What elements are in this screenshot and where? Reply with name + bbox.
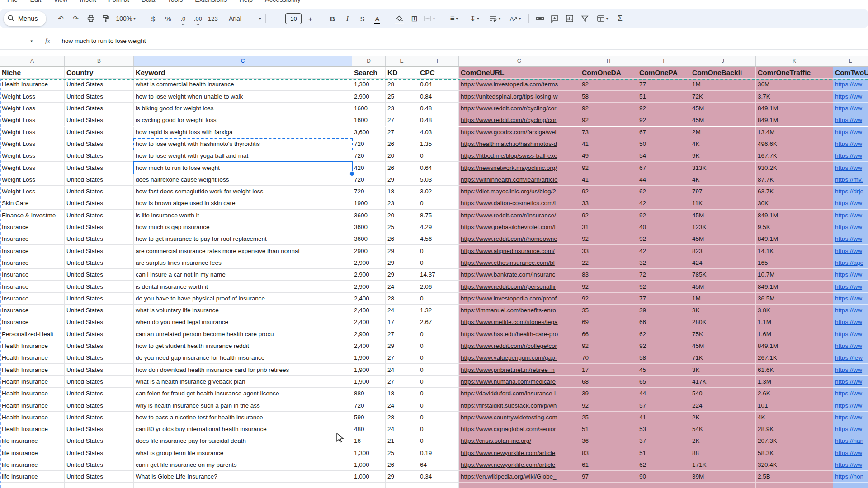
cell-G-21[interactable]: https://www.metlife.com/stories/lega [459, 316, 580, 328]
cell-K-8[interactable]: 930.2K [756, 162, 833, 174]
cell-H-34[interactable]: 97 [580, 471, 637, 483]
cell-K-16[interactable]: 165 [756, 257, 833, 269]
cell-K-11[interactable]: 30K [756, 197, 833, 209]
cell-J-11[interactable]: 11K [690, 197, 756, 209]
cell-H-15[interactable]: 33 [580, 245, 637, 257]
cell-A-3[interactable]: Weight Loss [0, 103, 65, 114]
cell-E-4[interactable]: 27 [386, 114, 418, 126]
cell-F-1[interactable]: 0.04 [418, 79, 459, 90]
cell-L-26[interactable]: https://ww [833, 376, 868, 388]
menu-insert[interactable]: Insert [80, 0, 96, 3]
cell-G-26[interactable]: https://www.humana.com/medicare [459, 376, 580, 388]
cell-H-16[interactable]: 22 [580, 257, 637, 269]
cell-H-partial[interactable] [580, 483, 637, 488]
cell-B-2[interactable]: United States [65, 91, 134, 103]
cell-F-12[interactable]: 8.75 [418, 210, 459, 221]
cell-E-26[interactable]: 27 [386, 376, 418, 388]
cell-I-13[interactable]: 40 [637, 221, 690, 233]
cell-K-30[interactable]: 28.9K [756, 423, 833, 435]
font-family-control[interactable]: Arial ▾ [229, 12, 261, 25]
cell-H-18[interactable]: 92 [580, 281, 637, 292]
cell-B-25[interactable]: United States [65, 364, 134, 376]
cell-L-10[interactable]: https://drje [833, 186, 868, 197]
cell-E-29[interactable]: 28 [386, 412, 418, 423]
cell-I-28[interactable]: 57 [637, 399, 690, 411]
cell-D-27[interactable]: 880 [352, 388, 386, 399]
cell-D-5[interactable]: 3,600 [352, 127, 386, 138]
cell-B-11[interactable]: United States [65, 197, 134, 209]
cell-H-7[interactable]: 49 [580, 150, 637, 162]
cell-K-9[interactable]: 87.7K [756, 174, 833, 186]
cell-B-partial[interactable] [65, 483, 134, 488]
cell-E-12[interactable]: 20 [386, 210, 418, 221]
cell-L-22[interactable]: https://ww [833, 328, 868, 340]
cell-A-4[interactable]: Weight Loss [0, 114, 65, 126]
cell-H-14[interactable]: 92 [580, 233, 637, 245]
cell-K-18[interactable]: 849.1M [756, 281, 833, 292]
cell-C-20[interactable]: what is voluntary life insurance [134, 305, 352, 316]
cell-E-21[interactable]: 17 [386, 316, 418, 328]
cell-F-26[interactable]: 0 [418, 376, 459, 388]
cell-E-header[interactable]: KD [386, 67, 418, 79]
cell-J-partial[interactable] [690, 483, 756, 488]
cell-J-17[interactable]: 785K [690, 269, 756, 281]
cell-H-12[interactable]: 92 [580, 210, 637, 221]
italic-button[interactable]: I [341, 12, 354, 25]
cell-F-29[interactable]: 0 [418, 412, 459, 423]
cell-A-27[interactable]: Health Insurance [0, 388, 65, 399]
cell-J-3[interactable]: 45M [690, 103, 756, 114]
cell-A-header[interactable]: Niche [0, 67, 65, 79]
cell-B-29[interactable]: United States [65, 412, 134, 423]
paint-format-button[interactable] [99, 12, 112, 25]
cell-A-20[interactable]: Insurance [0, 305, 65, 316]
more-formats-button[interactable]: 123 [207, 12, 219, 25]
cell-E-6[interactable]: 26 [386, 138, 418, 150]
cell-A-11[interactable]: Skin Care [0, 197, 65, 209]
cell-J-26[interactable]: 417K [690, 376, 756, 388]
cell-I-27[interactable]: 44 [637, 388, 690, 399]
cell-C-21[interactable]: when do you need legal insurance [134, 316, 352, 328]
cell-G-14[interactable]: https://www.reddit.com/r/homeowne [459, 233, 580, 245]
cell-E-14[interactable]: 26 [386, 233, 418, 245]
cell-E-9[interactable]: 29 [386, 174, 418, 186]
vertical-align-button[interactable]: ↧ ▾ [465, 12, 483, 25]
cell-I-20[interactable]: 39 [637, 305, 690, 316]
cell-D-11[interactable]: 1900 [352, 197, 386, 209]
cell-F-header[interactable]: CPC [418, 67, 459, 79]
cell-D-3[interactable]: 1600 [352, 103, 386, 114]
cell-D-partial[interactable] [352, 483, 386, 488]
cell-F-22[interactable]: 0 [418, 328, 459, 340]
cell-B-16[interactable]: United States [65, 257, 134, 269]
cell-D-17[interactable]: 2,900 [352, 269, 386, 281]
cell-K-34[interactable]: 2.5B [756, 471, 833, 483]
cell-B-5[interactable]: United States [65, 127, 134, 138]
cell-I-8[interactable]: 67 [637, 162, 690, 174]
cell-D-header[interactable]: Search [352, 67, 386, 79]
cell-C-9[interactable]: does naltrexone cause weight loss [134, 174, 352, 186]
cell-H-22[interactable]: 66 [580, 328, 637, 340]
cell-G-34[interactable]: https://en.wikipedia.org/wiki/Globe_ [459, 471, 580, 483]
cell-B-23[interactable]: United States [65, 340, 134, 352]
cell-F-13[interactable]: 4.29 [418, 221, 459, 233]
cell-D-10[interactable]: 720 [352, 186, 386, 197]
column-header-J[interactable]: J [690, 56, 756, 66]
cell-D-26[interactable]: 1,900 [352, 376, 386, 388]
cell-K-31[interactable]: 207.3K [756, 435, 833, 447]
cell-A-24[interactable]: Health Insurance [0, 352, 65, 364]
cell-C-17[interactable]: can i insure a car not in my name [134, 269, 352, 281]
cell-J-32[interactable]: 88 [690, 447, 756, 459]
cell-I-33[interactable]: 62 [637, 459, 690, 471]
cell-A-14[interactable]: Insurance [0, 233, 65, 245]
cell-H-4[interactable]: 92 [580, 114, 637, 126]
cell-F-33[interactable]: 64 [418, 459, 459, 471]
cell-K-1[interactable]: 36M [756, 79, 833, 90]
decrease-font-size-button[interactable]: − [270, 12, 283, 25]
redo-button[interactable]: ↷ [70, 12, 82, 25]
cell-G-11[interactable]: https://www.dalton-cosmetics.com/i [459, 197, 580, 209]
menus-button[interactable]: Menus [4, 11, 46, 26]
cell-H-19[interactable]: 92 [580, 293, 637, 305]
cell-I-15[interactable]: 42 [637, 245, 690, 257]
cell-J-1[interactable]: 1M [690, 79, 756, 90]
cell-C-31[interactable]: does life insurance pay for suicidal dea… [134, 435, 352, 447]
cell-K-7[interactable]: 167.7K [756, 150, 833, 162]
